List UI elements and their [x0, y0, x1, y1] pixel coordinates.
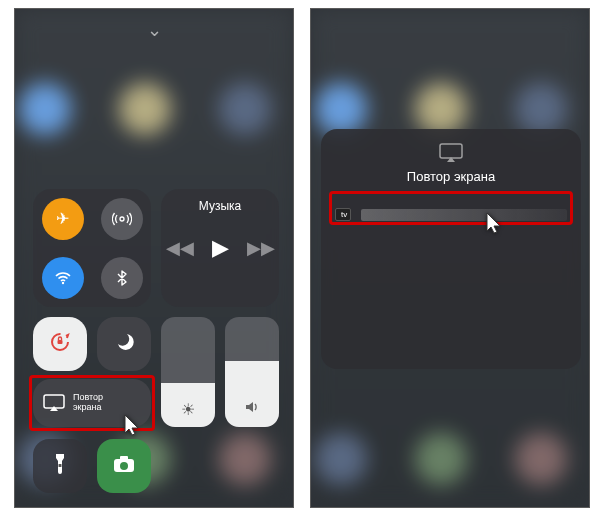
- svg-point-1: [61, 281, 63, 283]
- screen-mirroring-button[interactable]: Повтор экрана: [33, 379, 151, 427]
- flashlight-button[interactable]: [33, 439, 87, 493]
- connectivity-panel: ✈︎: [33, 189, 151, 307]
- svg-rect-7: [120, 456, 128, 460]
- moon-icon: [113, 331, 135, 357]
- wifi-button[interactable]: [33, 248, 92, 307]
- device-name-redacted: [361, 209, 567, 221]
- music-panel[interactable]: Музыка ◀◀ ▶ ▶▶: [161, 189, 279, 307]
- svg-point-0: [120, 217, 124, 221]
- camera-icon: [112, 454, 136, 478]
- do-not-disturb-button[interactable]: [97, 317, 151, 371]
- brightness-slider[interactable]: ☀︎: [161, 317, 215, 427]
- popup-title: Повтор экрана: [321, 169, 581, 184]
- camera-button[interactable]: [97, 439, 151, 493]
- mirroring-device-row[interactable]: tv: [321, 200, 581, 229]
- volume-slider[interactable]: [225, 317, 279, 427]
- screen-mirroring-label: Повтор экрана: [73, 393, 103, 413]
- svg-point-8: [120, 462, 128, 470]
- music-label: Музыка: [161, 199, 279, 213]
- prev-track-icon[interactable]: ◀◀: [166, 237, 194, 259]
- antenna-icon: [101, 198, 143, 240]
- screen-mirroring-icon: [43, 394, 65, 412]
- phone-right: Повтор экрана tv: [310, 8, 590, 508]
- airplane-mode-button[interactable]: ✈︎: [33, 189, 92, 248]
- screen-mirroring-icon: [321, 143, 581, 163]
- collapse-caret-icon[interactable]: ⌄: [147, 19, 162, 41]
- wifi-icon: [42, 257, 84, 299]
- bluetooth-icon: [101, 257, 143, 299]
- svg-rect-9: [440, 144, 462, 158]
- apple-tv-icon: tv: [335, 208, 351, 221]
- next-track-icon[interactable]: ▶▶: [247, 237, 275, 259]
- play-icon[interactable]: ▶: [212, 235, 229, 261]
- phone-left: ⌄ ✈︎ Музыка ◀◀ ▶ ▶▶: [14, 8, 294, 508]
- svg-rect-3: [58, 340, 63, 344]
- svg-rect-5: [59, 464, 62, 467]
- rotation-lock-icon: [47, 329, 73, 359]
- cellular-button[interactable]: [92, 189, 151, 248]
- brightness-icon: ☀︎: [181, 400, 195, 419]
- bluetooth-button[interactable]: [92, 248, 151, 307]
- airplane-icon: ✈︎: [42, 198, 84, 240]
- volume-icon: [244, 399, 260, 419]
- rotation-lock-button[interactable]: [33, 317, 87, 371]
- screen-mirroring-popup: Повтор экрана tv: [321, 129, 581, 369]
- flashlight-icon: [53, 452, 67, 480]
